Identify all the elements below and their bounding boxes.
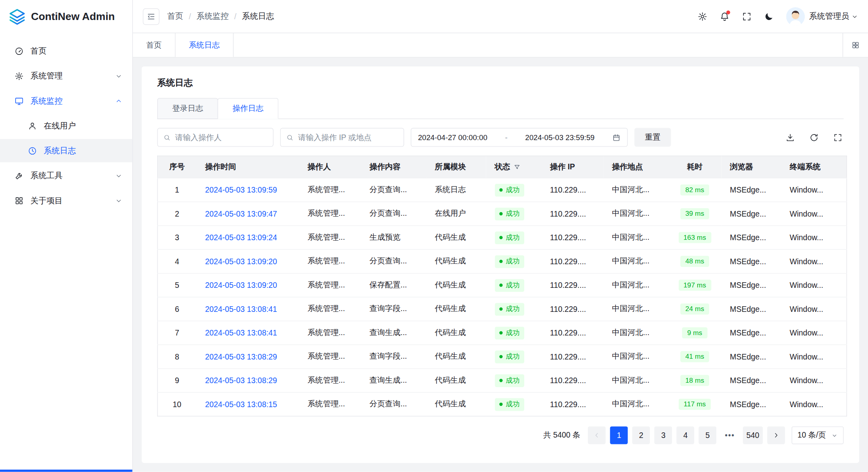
sidebar-item-system-tools[interactable]: 系统工具 (0, 164, 132, 187)
cell-content: 分页查询... (361, 178, 426, 202)
cell-location: 中国河北... (603, 178, 668, 202)
ip-search-input[interactable] (298, 133, 398, 142)
cell-operator: 系统管理... (299, 369, 361, 392)
cell-module: 代码生成 (426, 249, 485, 273)
tab-options-button[interactable] (842, 33, 868, 57)
cell-status: 成功 (486, 178, 541, 202)
time-link[interactable]: 2024-05-03 13:09:20 (205, 281, 277, 289)
table-row: 5 2024-05-03 13:09:20 系统管理... 保存配置... 代码… (158, 273, 847, 297)
cell-ip: 110.229.... (541, 249, 603, 273)
cell-location: 中国河北... (603, 369, 668, 392)
tab-operation-logs[interactable]: 操作日志 (218, 98, 279, 119)
moon-icon (764, 11, 774, 21)
table-fullscreen-button[interactable] (833, 133, 843, 142)
operator-search-input[interactable] (175, 133, 268, 142)
cell-duration: 24 ms (668, 297, 721, 321)
sidebar-item-about-project[interactable]: 关于项目 (0, 189, 132, 212)
time-link[interactable]: 2024-05-03 13:09:59 (205, 185, 277, 194)
pagination-total: 共 5400 条 (543, 430, 580, 440)
time-link[interactable]: 2024-05-03 13:08:29 (205, 376, 277, 385)
notifications-button[interactable] (720, 11, 730, 21)
settings-button[interactable] (697, 11, 707, 21)
pagination-page-5[interactable]: 5 (699, 426, 716, 444)
time-link[interactable]: 2024-05-03 13:08:41 (205, 305, 277, 313)
chevron-left-icon (593, 432, 601, 439)
sidebar-item-system-monitor[interactable]: 系统监控 (0, 89, 132, 112)
app-logo[interactable]: ContiNew Admin (0, 0, 132, 33)
page-tab-home[interactable]: 首页 (133, 33, 175, 57)
monitor-icon (14, 96, 24, 106)
pagination-page-3[interactable]: 3 (654, 426, 672, 444)
cell-status: 成功 (486, 345, 541, 368)
refresh-button[interactable] (809, 133, 819, 142)
cell-module: 代码生成 (426, 321, 485, 345)
fullscreen-button[interactable] (742, 11, 752, 21)
status-dot (499, 188, 502, 191)
filter-funnel-icon[interactable] (513, 164, 520, 171)
sidebar-item-home[interactable]: 首页 (0, 39, 132, 62)
ip-search-field[interactable] (280, 128, 404, 147)
pagination-page-2[interactable]: 2 (632, 426, 650, 444)
tab-login-logs[interactable]: 登录日志 (157, 98, 218, 119)
time-link[interactable]: 2024-05-03 13:09:47 (205, 209, 277, 218)
reset-button[interactable]: 重置 (634, 128, 671, 147)
breadcrumb-separator: / (234, 12, 237, 21)
pagination-prev-button[interactable] (588, 426, 605, 444)
cell-operator: 系统管理... (299, 226, 361, 249)
column-header-6[interactable]: 状态 (486, 156, 541, 178)
date-range-picker[interactable]: 2024-04-27 00:00:00 - 2024-05-03 23:59:5… (411, 128, 627, 147)
app-title: ContiNew Admin (31, 10, 114, 22)
time-link[interactable]: 2024-05-03 13:09:20 (205, 257, 277, 266)
pagination-ellipsis[interactable]: ••• (721, 426, 738, 444)
sidebar-item-label: 系统日志 (44, 145, 76, 156)
sidebar-collapse-button[interactable] (143, 8, 159, 24)
cell-ip: 110.229.... (541, 202, 603, 225)
dark-mode-button[interactable] (764, 11, 774, 21)
duration-badge: 39 ms (680, 208, 709, 219)
cell-ip: 110.229.... (541, 369, 603, 392)
cell-browser: MSEdge... (721, 273, 781, 297)
pagination-next-button[interactable] (767, 426, 785, 444)
breadcrumb-item-system-monitor[interactable]: 系统监控 (196, 11, 229, 22)
cell-content: 查询字段... (361, 345, 426, 368)
sidebar-item-label: 在线用户 (44, 121, 76, 131)
user-menu[interactable]: 系统管理员 (786, 7, 858, 26)
cell-module: 代码生成 (426, 273, 485, 297)
cell-time: 2024-05-03 13:08:41 (196, 297, 299, 321)
operator-search-field[interactable] (157, 128, 273, 147)
download-button[interactable] (786, 133, 795, 142)
pagination: 共 5400 条 12345•••540 10 条/页 (157, 426, 844, 444)
page-tab-system-logs[interactable]: 系统日志 (175, 33, 234, 57)
sidebar-item-online-users[interactable]: 在线用户 (0, 114, 132, 137)
pagination-page-4[interactable]: 4 (677, 426, 694, 444)
time-link[interactable]: 2024-05-03 13:09:24 (205, 233, 277, 242)
status-badge: 成功 (495, 279, 524, 291)
gear-icon (14, 71, 24, 81)
cell-status: 成功 (486, 226, 541, 249)
log-table: 序号操作时间操作人操作内容所属模块状态操作 IP操作地点耗时浏览器终端系统 1 … (157, 156, 847, 417)
cell-browser: MSEdge... (721, 369, 781, 392)
page-size-select[interactable]: 10 条/页 (792, 426, 844, 444)
cell-module: 在线用户 (426, 202, 485, 225)
status-dot (499, 331, 502, 334)
cell-content: 查询字段... (361, 297, 426, 321)
time-link[interactable]: 2024-05-03 13:08:41 (205, 328, 277, 337)
time-link[interactable]: 2024-05-03 13:08:15 (205, 400, 277, 409)
cell-module: 代码生成 (426, 297, 485, 321)
sidebar-item-system-management[interactable]: 系统管理 (0, 64, 132, 87)
duration-badge: 41 ms (680, 351, 709, 362)
cell-operator: 系统管理... (299, 178, 361, 202)
cell-operator: 系统管理... (299, 392, 361, 416)
sidebar-item-system-logs[interactable]: 系统日志 (0, 139, 132, 162)
cell-location: 中国河北... (603, 392, 668, 416)
download-icon (786, 133, 795, 142)
pagination-page-1[interactable]: 1 (610, 426, 628, 444)
chevron-right-icon (772, 432, 780, 439)
cell-location: 中国河北... (603, 249, 668, 273)
breadcrumb-item-home[interactable]: 首页 (167, 11, 183, 22)
pagination-page-540[interactable]: 540 (743, 426, 763, 444)
table-tools (786, 133, 844, 142)
time-link[interactable]: 2024-05-03 13:08:29 (205, 352, 277, 361)
chevron-down-icon (115, 172, 122, 179)
cell-operator: 系统管理... (299, 321, 361, 345)
